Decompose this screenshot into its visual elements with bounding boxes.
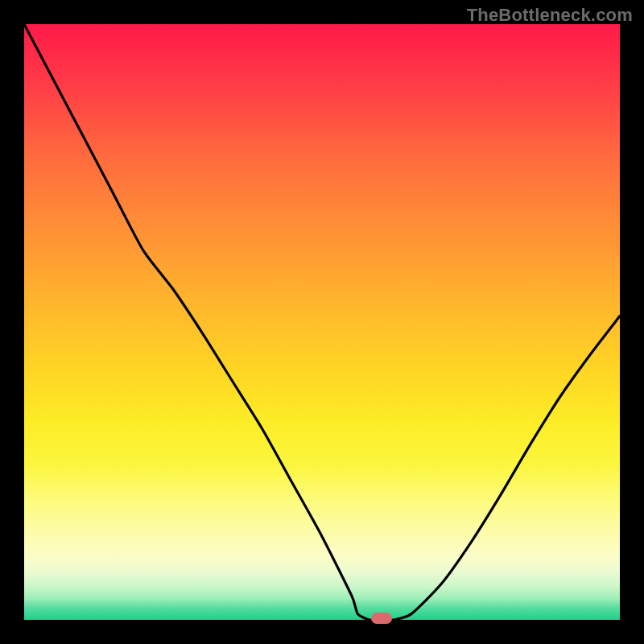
watermark-text: TheBottleneck.com [467,5,633,26]
chart-frame: TheBottleneck.com [0,0,644,644]
bottleneck-curve [24,24,620,620]
minimum-marker [371,613,392,624]
